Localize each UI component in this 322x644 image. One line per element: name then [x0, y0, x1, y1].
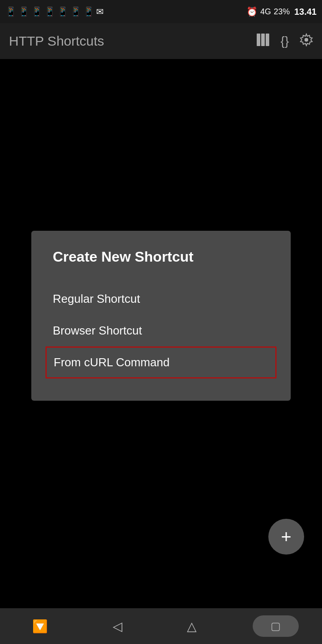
back-button[interactable]: ◁: [104, 614, 131, 638]
app-bar-actions: {}: [256, 33, 313, 50]
main-content: Create New Shortcut Regular Shortcut Bro…: [0, 59, 322, 608]
whatsapp-icon-6: 📱: [70, 6, 81, 17]
settings-icon[interactable]: [300, 33, 313, 50]
whatsapp-icon-4: 📱: [44, 6, 55, 17]
svg-point-4: [305, 38, 308, 42]
status-right: ⏰ 4G 23% 13.41: [246, 6, 317, 17]
add-icon: +: [281, 528, 291, 546]
grid-icon[interactable]: [256, 33, 270, 50]
svg-rect-2: [266, 34, 269, 46]
status-bar: 📱 📱 📱 📱 📱 📱 📱 ✉ ⏰ 4G 23% 13.41: [0, 0, 322, 23]
whatsapp-icon-1: 📱: [5, 6, 17, 17]
bottom-navigation: 🔽 ◁ △ ▢: [0, 608, 322, 644]
network-label: 4G: [260, 7, 271, 17]
from-curl-command-option[interactable]: From cURL Command: [46, 347, 276, 378]
down-arrow-button[interactable]: 🔽: [23, 614, 57, 638]
dialog-title: Create New Shortcut: [53, 249, 269, 265]
app-bar: HTTP Shortcuts {}: [0, 23, 322, 59]
svg-rect-0: [257, 34, 260, 46]
create-shortcut-dialog: Create New Shortcut Regular Shortcut Bro…: [31, 231, 291, 401]
regular-shortcut-option[interactable]: Regular Shortcut: [53, 283, 269, 315]
app-title: HTTP Shortcuts: [9, 34, 104, 49]
whatsapp-icon-3: 📱: [31, 6, 42, 17]
whatsapp-icon-5: 📱: [57, 6, 68, 17]
alarm-icon: ⏰: [246, 6, 258, 17]
home-button[interactable]: △: [178, 614, 206, 638]
status-icons: 📱 📱 📱 📱 📱 📱 📱 ✉: [5, 6, 104, 17]
add-fab-button[interactable]: +: [268, 519, 304, 555]
message-icon: ✉: [96, 6, 104, 17]
browser-shortcut-option[interactable]: Browser Shortcut: [53, 315, 269, 347]
whatsapp-icon-2: 📱: [18, 6, 30, 17]
battery-percent: 23%: [274, 7, 290, 17]
recents-button[interactable]: ▢: [253, 615, 299, 637]
svg-rect-1: [261, 34, 265, 46]
whatsapp-icon-7: 📱: [83, 6, 94, 17]
clock-time: 13.41: [294, 7, 317, 17]
braces-icon[interactable]: {}: [280, 34, 289, 48]
